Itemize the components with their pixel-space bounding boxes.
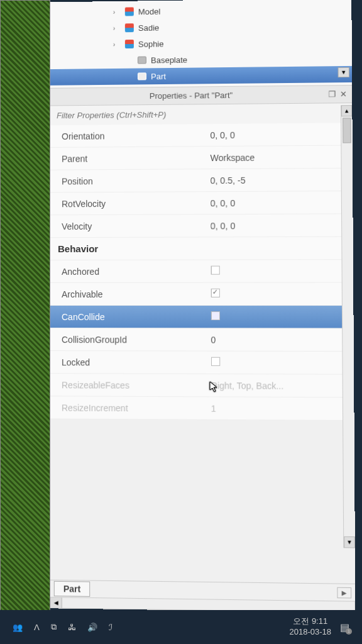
prop-cancollide[interactable]: CanCollide [50, 306, 354, 329]
tree-label: Sadie [138, 23, 159, 32]
prop-locked[interactable]: Locked [50, 351, 354, 375]
anchored-checkbox[interactable] [211, 266, 219, 275]
prop-velocity[interactable]: Velocity 0, 0, 0 [50, 214, 353, 238]
expand-icon[interactable]: › [113, 8, 121, 15]
time-text: 오전 9:11 [290, 616, 332, 627]
tab-scroll-right-icon[interactable]: ▶ [337, 587, 351, 598]
scroll-up-icon[interactable]: ▲ [341, 105, 352, 116]
tree-label: Part [151, 72, 166, 81]
tree-item-part[interactable]: Part [50, 66, 352, 86]
prop-anchored[interactable]: Anchored [50, 260, 353, 283]
expand-icon[interactable]: › [113, 41, 121, 48]
prop-archivable[interactable]: Archivable [50, 283, 353, 306]
scroll-thumb[interactable] [343, 118, 351, 143]
tree-label: Baseplate [151, 55, 187, 65]
prop-collisiongroupid[interactable]: CollisionGroupId 0 [50, 328, 354, 352]
model-icon [124, 39, 134, 49]
volume-icon[interactable]: 🔊 [87, 623, 97, 632]
properties-header: Properties - Part "Part" ❐ ✕ [50, 85, 352, 106]
viewport-3d[interactable] [0, 0, 50, 644]
tree-label: Sophie [138, 39, 164, 48]
close-icon[interactable]: ✕ [340, 89, 347, 99]
dropbox-icon[interactable]: ⧉ [51, 622, 57, 632]
properties-title: Properties - Part "Part" [55, 89, 328, 101]
explorer-dropdown[interactable]: ▼ [338, 67, 349, 77]
prop-resizeablefaces[interactable]: ResizeableFaces Right, Top, Back... [50, 374, 354, 397]
prop-rotvelocity[interactable]: RotVelocity 0, 0, 0 [50, 191, 353, 215]
people-icon[interactable]: 👥 [13, 623, 23, 632]
taskbar[interactable]: 👥 ᐱ ⧉ 🖧 🔊 ℐ 오전 9:11 2018-03-18 ▤1 [0, 610, 362, 644]
model-icon [124, 6, 134, 16]
date-text: 2018-03-18 [290, 627, 332, 638]
ime-icon[interactable]: ℐ [109, 623, 112, 632]
tab-part[interactable]: Part [54, 581, 90, 597]
model-icon [124, 23, 134, 33]
notification-icon[interactable]: ▤1 [340, 621, 349, 633]
clock[interactable]: 오전 9:11 2018-03-18 [290, 616, 332, 638]
archivable-checkbox[interactable] [211, 289, 219, 297]
bottom-tabs: Part ▶ ◀ [50, 580, 356, 613]
properties-list: Orientation 0, 0, 0 Parent Workspace Pos… [50, 123, 354, 421]
vertical-scrollbar[interactable]: ▲ ▼ [341, 105, 355, 548]
prop-parent[interactable]: Parent Workspace [50, 145, 353, 170]
prop-category-behavior[interactable]: Behavior [50, 237, 353, 260]
filter-input[interactable] [50, 103, 352, 125]
side-panels: › Model › Sadie › Sophie Baseplate Part … [50, 0, 356, 613]
cancollide-checkbox[interactable] [211, 311, 219, 320]
network-icon[interactable]: 🖧 [68, 623, 76, 632]
prop-resizeincrement[interactable]: ResizeIncrement 1 [50, 396, 354, 421]
tray-expand-icon[interactable]: ᐱ [34, 623, 40, 632]
prop-position[interactable]: Position 0, 0.5, -5 [50, 169, 353, 193]
prop-orientation[interactable]: Orientation 0, 0, 0 [50, 123, 353, 148]
part-icon [137, 71, 147, 81]
tree-label: Model [138, 6, 161, 16]
scroll-left-icon[interactable]: ◀ [51, 597, 62, 608]
undock-icon[interactable]: ❐ [328, 89, 336, 99]
explorer-panel: › Model › Sadie › Sophie Baseplate Part … [50, 0, 352, 88]
locked-checkbox[interactable] [211, 357, 220, 366]
expand-icon[interactable]: › [113, 25, 121, 31]
scroll-down-icon[interactable]: ▼ [344, 536, 355, 548]
part-icon [137, 55, 147, 65]
